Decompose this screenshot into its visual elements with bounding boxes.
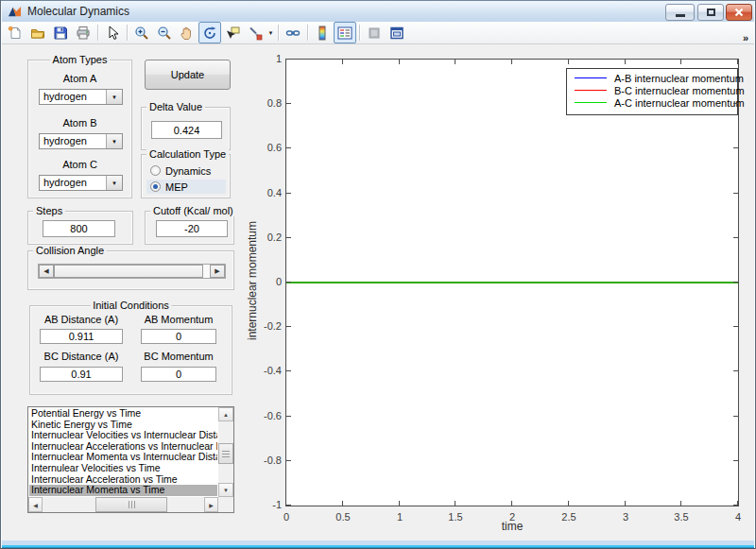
atom-a-label: Atom A [28,73,131,84]
y-tick [733,147,738,148]
hide-plot-tools-icon [367,26,382,41]
window-title: Molecular Dynamics [27,5,129,18]
list-item[interactable]: Potential Energy vs Time [29,408,217,420]
brush-data-button[interactable] [244,22,266,43]
radio-row-mep[interactable]: MEP [146,180,226,194]
scroll-up-arrow[interactable]: ▲ [218,407,233,421]
atom-b-dropdown[interactable]: hydrogen ▼ [39,133,123,149]
insert-legend-icon [337,26,352,41]
ab-momentum-field[interactable]: 0 [141,329,216,344]
atom-a-dropdown[interactable]: hydrogen ▼ [39,89,123,105]
dropdown-arrow-icon[interactable]: ▼ [106,90,122,104]
y-tick [286,193,291,194]
scroll-right-arrow[interactable]: ▶ [204,497,218,512]
radio-mep-icon[interactable] [150,181,161,192]
radio-dynamics-icon[interactable] [150,165,161,176]
zoom-in-icon [134,26,149,41]
x-tick [680,501,681,506]
edit-plot-button[interactable] [101,22,124,43]
brush-dropdown-icon: ▼ [268,30,274,36]
slider-track[interactable] [203,265,210,278]
listbox-hscrollbar[interactable]: ◀ ▶ [28,497,218,512]
show-plot-tools-dock-button[interactable] [386,22,408,43]
scroll-down-arrow[interactable]: ▼ [218,483,233,497]
insert-colorbar-icon [315,26,330,41]
listbox-items: Potential Energy vs Time Kinetic Energy … [29,408,217,496]
y-tick [733,282,738,283]
zoom-out-icon [157,26,172,41]
delta-value-field[interactable]: 0.424 [151,121,222,139]
save-figure-button[interactable] [49,22,72,43]
maximize-button[interactable] [697,4,724,21]
slider-thumb[interactable] [54,265,203,278]
plot-axes[interactable]: A-B internuclear momentumB-C internuclea… [285,59,739,506]
slider-right-arrow[interactable]: ▶ [210,265,225,278]
atom-a-value: hydrogen [40,90,106,104]
x-tick [399,501,400,506]
minimize-button[interactable] [665,4,695,21]
rotate-3d-button[interactable] [198,22,221,43]
y-tick [286,59,291,60]
x-tick [285,60,286,64]
y-tick-label: -0.8 [242,455,282,466]
print-figure-button[interactable] [72,22,94,43]
listbox-vscrollbar[interactable]: ▲ ▼ [218,407,233,497]
plot-legend[interactable]: A-B internuclear momentumB-C internuclea… [566,68,738,115]
zoom-out-button[interactable] [153,22,176,43]
y-tick-label: 0.8 [242,97,282,109]
toolbar-overflow-icon: » [743,32,748,43]
ab-momentum-label: AB Momentum [139,314,218,325]
matlab-logo-icon [8,5,22,19]
plot-series [286,60,738,506]
figure-canvas: Atom Types Atom A hydrogen ▼ Atom B hydr… [1,44,755,540]
insert-colorbar-button[interactable] [311,22,334,43]
ab-distance-field[interactable]: 0.911 [40,329,123,344]
cutoff-field[interactable]: -20 [156,220,228,237]
toolbar-separator [127,25,128,41]
y-tick [286,282,291,283]
toolbar-overflow-button[interactable]: » [743,32,748,43]
collision-angle-slider[interactable]: ◀ ▶ [38,264,226,279]
edit-plot-pointer-icon [105,26,120,41]
plot-type-listbox[interactable]: Potential Energy vs Time Kinetic Energy … [27,406,234,513]
y-tick-label: -1 [242,499,282,510]
open-file-button[interactable] [26,22,49,43]
bc-momentum-field[interactable]: 0 [141,367,216,382]
zoom-in-button[interactable] [130,22,153,43]
radio-row-dynamics[interactable]: Dynamics [146,163,226,178]
slider-left-arrow[interactable]: ◀ [39,265,54,278]
open-file-icon [30,26,45,41]
calculation-type-panel: Calculation Type Dynamics MEP [141,154,231,198]
dropdown-arrow-icon[interactable]: ▼ [106,176,122,190]
list-item[interactable]: Internuclear Momenta vs Time [29,485,217,496]
scroll-left-arrow[interactable]: ◀ [28,497,43,512]
data-cursor-button[interactable] [221,22,244,43]
close-button[interactable] [726,4,752,21]
y-tick [286,237,291,238]
brush-dropdown-button[interactable]: ▼ [266,23,275,43]
link-plot-button[interactable] [282,22,304,43]
atom-types-title: Atom Types [50,54,111,65]
hscroll-thumb[interactable] [95,497,167,512]
new-figure-button[interactable] [4,22,26,43]
close-icon [734,8,744,17]
steps-field[interactable]: 800 [43,220,115,237]
title-bar[interactable]: Molecular Dynamics [1,1,755,22]
list-item[interactable]: Internulear Velocities vs Time [29,463,217,474]
collision-angle-title: Collision Angle [33,245,107,256]
y-tick [286,416,291,417]
update-button[interactable]: Update [145,60,231,90]
x-tick [342,501,343,506]
steps-title: Steps [33,205,65,216]
bc-distance-field[interactable]: 0.91 [40,367,123,382]
vscroll-thumb[interactable] [218,443,233,464]
pan-button[interactable] [176,22,198,43]
hide-plot-tools-button[interactable] [363,22,386,43]
pan-icon [180,26,195,41]
dropdown-arrow-icon[interactable]: ▼ [106,134,122,148]
y-tick [733,193,738,194]
atom-c-dropdown[interactable]: hydrogen ▼ [39,175,123,191]
insert-legend-button[interactable] [334,22,356,43]
delta-value-title: Delta Value [146,101,205,112]
y-tick [733,103,738,104]
